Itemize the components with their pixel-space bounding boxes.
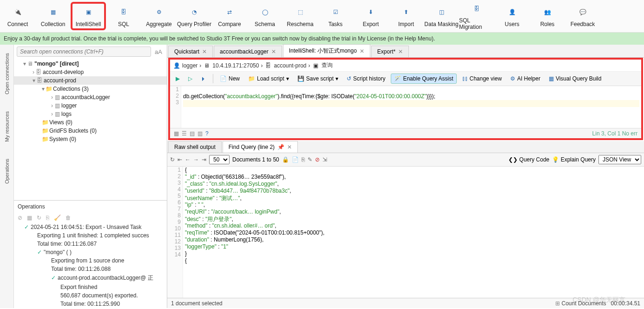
run-selection-button[interactable]: ▷: [185, 74, 195, 83]
toolbar-queryprofiler[interactable]: ◔Query Profiler: [177, 2, 212, 30]
users-icon: 👤: [505, 5, 519, 19]
page-size-select[interactable]: 50: [209, 155, 230, 164]
toolbar-collection[interactable]: ▦Collection: [35, 2, 71, 30]
enable-query-assist-button[interactable]: 🪄Enable Query Assist: [391, 74, 456, 84]
ops-refresh-icon[interactable]: ↻: [37, 215, 41, 221]
change-view-button[interactable]: ⫿⫿Change view: [460, 74, 505, 83]
view-mode-icon[interactable]: ▦: [174, 130, 179, 137]
ops-stop-icon[interactable]: ⊘: [18, 215, 22, 221]
schema-icon: ◯: [258, 5, 272, 19]
case-toggle[interactable]: aA: [153, 48, 164, 55]
left-panel: aA ▾🖥"mongo" [direct] ›🗄account-develop …: [14, 45, 167, 308]
save-script-button[interactable]: 💾Save script ▾: [295, 74, 341, 83]
operations-toolbar: ⊘ ▦ ↻ ⎘ 🧹 🗑: [14, 213, 167, 223]
close-icon[interactable]: ✕: [287, 144, 292, 150]
help-icon[interactable]: ?: [205, 130, 209, 137]
result-viewer[interactable]: 1234567891011121314 { "_id" : ObjectId("…: [167, 167, 644, 298]
last-page-icon[interactable]: ⇥: [202, 156, 206, 163]
shell-icon: ▣: [312, 62, 320, 69]
load-script-button[interactable]: 📁Load script ▾: [245, 74, 292, 83]
toolbar-tasks[interactable]: ☑Tasks: [318, 2, 353, 30]
query-toolbar: ▶ ▷ ⏵ 📄New 📁Load script ▾ 💾Save script ▾…: [170, 72, 641, 86]
view-mode4-icon[interactable]: ▥: [197, 130, 203, 137]
search-input[interactable]: [17, 47, 151, 57]
ops-trash-icon[interactable]: 🗑: [66, 215, 71, 221]
toolbar-export[interactable]: ⬇Export: [353, 2, 388, 30]
aggregate-icon: ⚙: [152, 5, 166, 19]
feedback-icon: 💬: [576, 5, 590, 19]
collection-icon: ▦: [46, 5, 60, 19]
run-lines-button[interactable]: ⏵: [198, 74, 209, 83]
sqlmigration-icon: 🗄: [470, 2, 484, 15]
tab-find-query[interactable]: Find Query (line 2) 📌✕: [223, 141, 298, 153]
breadcrumb: 👤 logger› 🖥 10.4.19.171:27050› 🗄 account…: [170, 60, 641, 72]
ops-clear-icon[interactable]: 🧹: [54, 215, 61, 221]
toolbar-connect[interactable]: 🔌Connect: [0, 2, 35, 30]
refresh-icon[interactable]: ↻: [170, 156, 175, 163]
tab-raw-shell[interactable]: Raw shell output: [168, 141, 222, 153]
pin-icon[interactable]: 📌: [277, 144, 284, 150]
run-button[interactable]: ▶: [173, 74, 183, 83]
close-icon[interactable]: ✕: [271, 48, 276, 55]
add-doc-icon[interactable]: 📄: [292, 156, 299, 163]
next-page-icon[interactable]: →: [193, 156, 199, 163]
new-button[interactable]: 📄New: [217, 74, 243, 83]
toolbar-import[interactable]: ⬆Import: [388, 2, 424, 30]
toolbar-sqlmigration[interactable]: 🗄SQL Migration: [459, 2, 494, 30]
visual-query-builder-button[interactable]: ▦Visual Query Build: [546, 74, 605, 83]
connect-icon: 🔌: [11, 5, 25, 19]
editor-tab[interactable]: accountbackLogger✕: [214, 46, 282, 57]
query-editor-frame: 👤 logger› 🖥 10.4.19.171:27050› 🗄 account…: [168, 58, 643, 140]
editor-tab[interactable]: IntelliShell: 小智正式mongo✕: [283, 44, 370, 57]
toolbar-roles[interactable]: 👥Roles: [530, 2, 565, 30]
first-page-icon[interactable]: ⇤: [177, 156, 182, 163]
toolbar-intellishell[interactable]: ▣IntelliShell: [71, 2, 106, 30]
result-toolbar: ↻ ⇤ ← → ⇥ 50 Documents 1 to 50 🔒 📄 ⎘ ✎ ⊘…: [167, 153, 644, 167]
intellishell-icon: ▣: [81, 5, 95, 19]
cursor-status: Lin 3, Col 1 No err: [592, 130, 637, 137]
close-icon[interactable]: ✕: [398, 48, 403, 55]
close-icon[interactable]: ✕: [360, 48, 364, 54]
side-tab-operations[interactable]: Operations: [2, 150, 12, 192]
toolbar-sql[interactable]: 🗄SQL: [106, 2, 141, 30]
ops-view-icon[interactable]: ▦: [27, 215, 32, 221]
side-tab-open-connections[interactable]: Open connections: [2, 45, 12, 103]
bottom-status: 1 document selected ⊞ Count Documents 00…: [167, 298, 644, 308]
editor-tab[interactable]: Export*✕: [371, 46, 409, 57]
edit-icon[interactable]: ✎: [308, 156, 312, 163]
code-editor[interactable]: 123 db.getCollection("accountbackLogger"…: [170, 86, 641, 128]
editor-tab[interactable]: Quickstart✕: [168, 46, 213, 57]
ai-helper-button[interactable]: ⚙AI Helper: [507, 74, 543, 83]
explain-query-button[interactable]: 💡 Explain Query: [552, 156, 596, 163]
trial-banner: Enjoy a 30-day full product trial. Once …: [0, 33, 644, 45]
export-icon[interactable]: ⇲: [322, 156, 327, 163]
roles-icon: 👥: [540, 5, 554, 19]
lock-icon[interactable]: 🔒: [282, 156, 289, 163]
toolbar-datamasking[interactable]: ◫Data Masking: [424, 2, 459, 30]
toolbar-aggregate[interactable]: ⚙Aggregate: [141, 2, 177, 30]
close-icon[interactable]: ✕: [202, 48, 207, 55]
connection-tree[interactable]: ▾🖥"mongo" [direct] ›🗄account-develop ▾🗄a…: [14, 59, 167, 200]
toolbar-reschema[interactable]: ⬚Reschema: [283, 2, 318, 30]
view-mode2-icon[interactable]: ☰: [182, 130, 187, 137]
script-history-button[interactable]: ↺Script history: [344, 74, 388, 83]
toolbar-feedback[interactable]: 💬Feedback: [565, 2, 600, 30]
toolbar-compare[interactable]: ⇄Compare: [212, 2, 247, 30]
toolbar-users[interactable]: 👤Users: [494, 2, 530, 30]
ops-filter-icon[interactable]: ⎘: [46, 215, 49, 221]
import-icon: ⬆: [399, 5, 413, 19]
prev-page-icon[interactable]: ←: [185, 156, 191, 163]
side-tab-my-resources[interactable]: My resources: [2, 103, 12, 150]
main-toolbar: 🔌Connect▦Collection▣IntelliShell🗄SQL⚙Agg…: [0, 0, 644, 33]
editor-tabs: Quickstart✕accountbackLogger✕IntelliShel…: [167, 45, 644, 58]
view-mode3-icon[interactable]: ▤: [190, 130, 195, 137]
operations-header: Operations: [14, 200, 167, 213]
toolbar-schema[interactable]: ◯Schema: [247, 2, 283, 30]
delete-icon[interactable]: ⊘: [315, 156, 320, 163]
query-code-button[interactable]: ❮❯ Query Code: [508, 156, 549, 163]
copy-doc-icon[interactable]: ⎘: [302, 156, 305, 163]
view-mode-select[interactable]: JSON View: [598, 155, 641, 164]
datamasking-icon: ◫: [434, 5, 448, 19]
compare-icon: ⇄: [223, 5, 237, 19]
reschema-icon: ⬚: [293, 5, 307, 19]
